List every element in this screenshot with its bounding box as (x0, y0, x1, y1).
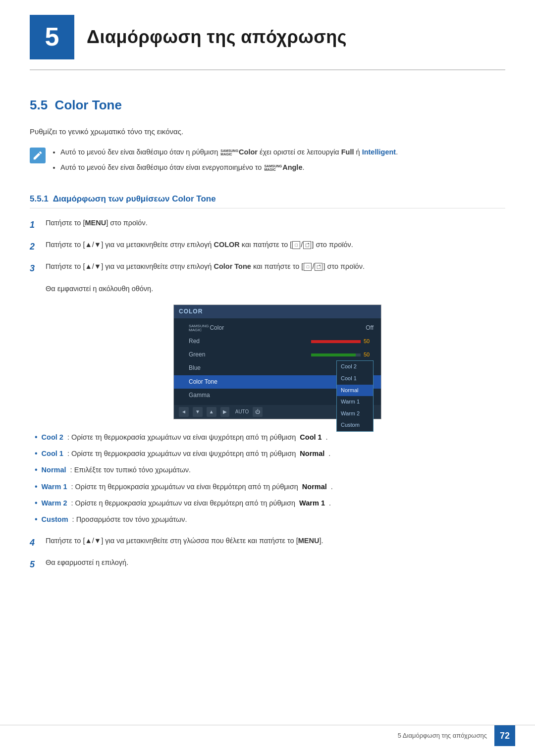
btn-down: ▼ (193, 407, 203, 417)
screen-row-red: Red 50 (174, 335, 381, 348)
subsection-heading: 5.5.1 Διαμόρφωση των ρυθμίσεων Color Ton… (30, 192, 505, 208)
bullet-item-warm2: Warm 2: Ορίστε η θερμοκρασία χρωμάτων να… (35, 498, 505, 509)
step-item-4: 4 Πατήστε το [▲/▼] για να μετακινηθείτε … (30, 535, 505, 550)
steps-list: 1 Πατήστε το [MENU] στο προϊόν. 2 Πατήστ… (30, 217, 505, 275)
bullet-label-warm1: Warm 1 (42, 481, 67, 493)
pencil-icon (32, 150, 43, 161)
step-item-1: 1 Πατήστε το [MENU] στο προϊόν. (30, 217, 505, 232)
step-text-4: Πατήστε το [▲/▼] για να μετακινηθείτε στ… (46, 535, 505, 547)
bar-green (311, 353, 361, 356)
bullet-ref-warm1: Normal (302, 481, 327, 493)
bar-fill-green (311, 353, 356, 356)
row-value-magic: Off (366, 323, 374, 333)
step-item-2: 2 Πατήστε το [▲/▼] για να μετακινηθείτε … (30, 239, 505, 254)
bullet-item-warm1: Warm 1: Ορίστε τη θερμοκρασία χρωμάτων ν… (35, 481, 505, 493)
screen-row-magic-color: SAMSUNGMAGIC Color Off (174, 321, 381, 335)
btn-left: ◄ (179, 407, 189, 417)
bullet-item-cool2: Cool 2: Ορίστε τη θερμοκρασία χρωμάτων ν… (35, 432, 505, 443)
bullet-label-cool2: Cool 2 (42, 432, 63, 443)
screen-image: COLOR SAMSUNGMAGIC Color Off Red (173, 304, 381, 419)
bullet-item-custom: Custom: Προσαρμόστε τον τόνο χρωμάτων. (35, 514, 505, 525)
dd-warm2: Warm 2 (337, 408, 373, 420)
samsung-magic-angle-label: SAMSUNG MAGIC (264, 164, 282, 171)
row-label-magic: SAMSUNGMAGIC Color (189, 323, 361, 333)
bar-num-green: 50 (364, 351, 374, 359)
page-wrapper: 5 Διαμόρφωση της απόχρωσης 5.5 Color Ton… (0, 0, 535, 756)
note-content: Αυτό το μενού δεν είναι διαθέσιμο όταν η… (51, 147, 505, 177)
step-number-2: 2 (30, 240, 40, 254)
screen-row-blue: Blue Cool 2 Cool 1 Normal Warm 1 Warm 2 … (174, 361, 381, 375)
bottom-auto-label: AUTO (235, 408, 249, 416)
step-text-5: Θα εφαρμοστεί η επιλογή. (46, 557, 505, 568)
btn-power: ⏻ (253, 407, 263, 417)
chapter-title: Διαμόρφωση της απόχρωσης (87, 23, 347, 51)
bullet-label-warm2: Warm 2 (42, 498, 67, 509)
button-icon-3b: □̄ (315, 263, 322, 271)
section-description: Ρυθμίζει το γενικό χρωματικό τόνο της ει… (30, 126, 505, 138)
note-box: Αυτό το μενού δεν είναι διαθέσιμο όταν η… (30, 147, 505, 177)
dd-custom: Custom (337, 419, 373, 431)
bullet-item-cool1: Cool 1: Ορίστε τη θερμοκρασία χρωμάτων ν… (35, 448, 505, 459)
bar-red (311, 340, 361, 343)
bullet-label-custom: Custom (42, 514, 68, 525)
button-icon-2b: □̄ (303, 241, 311, 249)
row-label-green: Green (189, 350, 306, 359)
steps-list-continued: 4 Πατήστε το [▲/▼] για να μετακινηθείτε … (30, 535, 505, 572)
section-heading: 5.5 Color Tone (30, 95, 505, 116)
dd-normal: Normal (337, 385, 373, 397)
bullet-ref-warm2: Warm 1 (299, 498, 325, 509)
step-item-3: 3 Πατήστε το [▲/▼] για να μετακινηθείτε … (30, 261, 505, 276)
page-footer: 5 Διαμόρφωση της απόχρωσης 72 (0, 725, 535, 746)
dd-warm1: Warm 1 (337, 396, 373, 408)
screen-title-bar: COLOR (174, 305, 381, 318)
footer-text: 5 Διαμόρφωση της απόχρωσης (398, 731, 487, 741)
color-tone-dropdown: Cool 2 Cool 1 Normal Warm 1 Warm 2 Custo… (336, 360, 374, 432)
step-item-5: 5 Θα εφαρμοστεί η επιλογή. (30, 557, 505, 572)
bullet-item-normal: Normal: Επιλέξτε τον τυπικό τόνο χρωμάτω… (35, 464, 505, 476)
step-text-1: Πατήστε το [MENU] στο προϊόν. (46, 217, 505, 229)
dd-cool1: Cool 1 (337, 373, 373, 385)
bullet-list: Cool 2: Ορίστε τη θερμοκρασία χρωμάτων ν… (35, 432, 505, 525)
chapter-number: 5 (30, 15, 74, 59)
bar-fill-red (311, 340, 361, 343)
chapter-header: 5 Διαμόρφωση της απόχρωσης (30, 0, 505, 70)
step-number-3: 3 (30, 261, 40, 276)
bar-num-red: 50 (364, 337, 374, 346)
dd-cool2: Cool 2 (337, 361, 373, 373)
step-number-5: 5 (30, 557, 40, 572)
bullet-ref-cool2: Cool 1 (300, 432, 321, 443)
step-number-4: 4 (30, 536, 40, 550)
bullet-ref-cool1: Normal (300, 448, 324, 459)
screen-note: Θα εμφανιστεί η ακόλουθη οθόνη. (46, 283, 505, 295)
step-number-1: 1 (30, 218, 40, 232)
button-icon-2a: □ (292, 241, 300, 249)
samsung-magic-color-label: SAMSUNG MAGIC (220, 149, 238, 156)
screen-menu: SAMSUNGMAGIC Color Off Red 50 Green (174, 318, 381, 405)
button-icon-3a: □ (304, 263, 312, 271)
note-icon (30, 148, 46, 163)
bullet-label-normal: Normal (42, 464, 66, 476)
screen-container: COLOR SAMSUNGMAGIC Color Off Red (50, 304, 505, 419)
step-text-2: Πατήστε το [▲/▼] για να μετακινηθείτε στ… (46, 239, 505, 251)
row-label-red: Red (189, 337, 306, 346)
bullet-label-cool1: Cool 1 (42, 448, 63, 459)
step-text-3: Πατήστε το [▲/▼] για να μετακινηθείτε στ… (46, 261, 505, 272)
note-item-2: Αυτό το μενού δεν είναι διαθέσιμο όταν ε… (60, 162, 505, 173)
note-item-1: Αυτό το μενού δεν είναι διαθέσιμο όταν η… (60, 147, 505, 158)
btn-up-arrow: ▲ (207, 407, 216, 417)
footer-page-number: 72 (494, 725, 515, 746)
btn-enter: ▶ (220, 407, 229, 417)
screen-row-green: Green 50 (174, 348, 381, 361)
